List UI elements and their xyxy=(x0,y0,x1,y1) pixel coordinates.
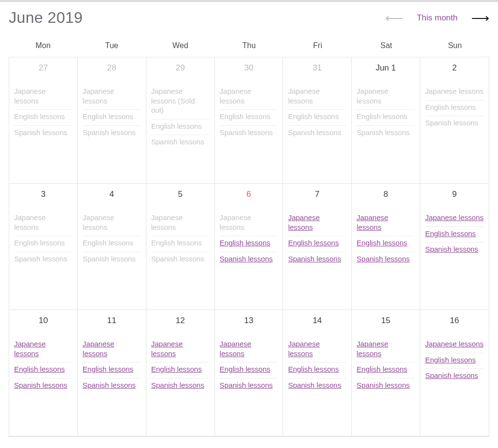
event-past: English lessons xyxy=(151,120,210,136)
event-link[interactable]: English lessons xyxy=(220,236,278,252)
event-link[interactable]: Japanese lessons xyxy=(14,337,72,362)
event-link[interactable]: English lessons xyxy=(83,362,141,379)
calendar-cell: Jun 1Japanese lessonsEnglish lessonsSpan… xyxy=(352,57,420,184)
event-link[interactable]: Spanish lessons xyxy=(425,242,484,258)
event-past: Japanese lessons xyxy=(220,85,278,110)
calendar-cell: 15Japanese lessonsEnglish lessonsSpanish… xyxy=(352,310,420,436)
event-past: Spanish lessons xyxy=(425,116,484,132)
calendar-cell: 14Japanese lessonsEnglish lessonsSpanish… xyxy=(283,310,352,436)
event-past: English lessons xyxy=(425,101,484,117)
event-past: Spanish lessons xyxy=(288,126,346,141)
dow-label: Tue xyxy=(77,36,146,57)
event-link[interactable]: English lessons xyxy=(220,362,278,379)
event-past: Japanese lessons xyxy=(356,85,415,110)
calendar-cell: 5Japanese lessonsEnglish lessonsSpanish … xyxy=(146,184,215,310)
day-number: 11 xyxy=(83,316,141,326)
day-number: Jun 1 xyxy=(356,63,415,73)
day-number: 15 xyxy=(356,316,415,326)
calendar-cell: 31Japanese lessonsEnglish lessonsSpanish… xyxy=(283,57,352,184)
calendar-cell: 7Japanese lessonsEnglish lessonsSpanish … xyxy=(283,184,352,310)
day-number: 5 xyxy=(151,190,210,199)
dow-label: Fri xyxy=(284,36,352,57)
calendar-cell: 30Japanese lessonsEnglish lessonsSpanish… xyxy=(215,57,284,184)
event-past: English lessons xyxy=(83,236,141,252)
event-link[interactable]: Japanese lessons xyxy=(425,211,484,227)
calendar-cell: 29Japanese lessons (Sold out)English les… xyxy=(146,57,215,184)
event-link[interactable]: Spanish lessons xyxy=(425,369,484,384)
event-link[interactable]: Japanese lessons xyxy=(288,337,346,362)
day-number: 9 xyxy=(425,190,484,199)
event-link[interactable]: Spanish lessons xyxy=(220,252,278,268)
dow-label: Mon xyxy=(9,36,77,57)
event-link[interactable]: Japanese lessons xyxy=(83,337,141,362)
day-number: 27 xyxy=(14,63,72,73)
event-link[interactable]: English lessons xyxy=(151,362,210,379)
calendar-cell: 16Japanese lessonsEnglish lessonsSpanish… xyxy=(420,310,489,436)
event-link[interactable]: Spanish lessons xyxy=(356,379,415,394)
dow-label: Wed xyxy=(146,36,214,57)
day-number: 12 xyxy=(151,316,210,326)
events-list: Japanese lessonsEnglish lessonsSpanish l… xyxy=(83,211,141,267)
event-past: English lessons xyxy=(356,110,415,126)
event-link[interactable]: Japanese lessons xyxy=(288,211,346,236)
event-link[interactable]: Spanish lessons xyxy=(14,379,72,394)
event-link[interactable]: Spanish lessons xyxy=(151,379,210,394)
event-link[interactable]: Spanish lessons xyxy=(288,252,346,268)
event-past: Japanese lessons xyxy=(83,211,141,236)
event-past: Spanish lessons xyxy=(14,126,72,141)
calendar-cell: 8Japanese lessonsEnglish lessonsSpanish … xyxy=(352,184,420,310)
day-number: 3 xyxy=(14,190,72,199)
event-past: Japanese lessons xyxy=(288,85,346,110)
events-list: Japanese lessonsEnglish lessonsSpanish l… xyxy=(14,211,72,267)
day-number: 6 xyxy=(220,190,278,199)
prev-month-button[interactable]: ⟵ xyxy=(385,12,403,24)
event-link[interactable]: Spanish lessons xyxy=(220,379,278,394)
event-link[interactable]: English lessons xyxy=(425,353,484,369)
event-link[interactable]: Spanish lessons xyxy=(356,252,415,268)
calendar-cell: 11Japanese lessonsEnglish lessonsSpanish… xyxy=(78,310,146,436)
event-past: Japanese lessons (Sold out) xyxy=(151,85,210,120)
event-link[interactable]: Japanese lessons xyxy=(220,337,278,362)
event-link[interactable]: English lessons xyxy=(425,227,484,243)
event-link[interactable]: English lessons xyxy=(288,236,346,252)
calendar-cell: 9Japanese lessonsEnglish lessonsSpanish … xyxy=(420,184,489,310)
event-past: Japanese lessons xyxy=(14,211,72,236)
event-past: English lessons xyxy=(151,236,210,252)
event-link[interactable]: Japanese lessons xyxy=(425,337,484,353)
calendar-header: June 2019 ⟵ This month ⟶ xyxy=(0,2,498,31)
calendar-cell: 13Japanese lessonsEnglish lessonsSpanish… xyxy=(215,310,284,436)
event-link[interactable]: Spanish lessons xyxy=(83,379,141,394)
calendar-cell: 10Japanese lessonsEnglish lessonsSpanish… xyxy=(9,310,78,436)
this-month-button[interactable]: This month xyxy=(416,11,459,25)
event-link[interactable]: Japanese lessons xyxy=(356,211,415,236)
day-number: 29 xyxy=(151,63,210,73)
events-list: Japanese lessonsEnglish lessonsSpanish l… xyxy=(425,337,484,384)
month-title: June 2019 xyxy=(9,9,83,27)
calendar-cell: 27Japanese lessonsEnglish lessonsSpanish… xyxy=(9,57,78,184)
day-number: 30 xyxy=(220,63,278,73)
day-number: 16 xyxy=(425,316,484,326)
event-link[interactable]: Japanese lessons xyxy=(356,337,415,362)
event-link[interactable]: English lessons xyxy=(356,362,415,379)
events-list: Japanese lessonsEnglish lessonsSpanish l… xyxy=(220,85,278,141)
event-past: Japanese lessons xyxy=(14,85,72,110)
event-link[interactable]: Japanese lessons xyxy=(151,337,210,362)
event-link[interactable]: English lessons xyxy=(288,362,346,379)
events-list: Japanese lessonsEnglish lessonsSpanish l… xyxy=(14,337,72,394)
event-past: Spanish lessons xyxy=(83,252,141,268)
event-past: English lessons xyxy=(14,110,72,126)
event-link[interactable]: English lessons xyxy=(14,362,72,379)
events-list: Japanese lessonsEnglish lessonsSpanish l… xyxy=(83,337,141,394)
event-past: Japanese lessons xyxy=(83,85,141,110)
dow-label: Thu xyxy=(214,36,283,57)
event-link[interactable]: English lessons xyxy=(356,236,415,252)
day-number: 14 xyxy=(288,316,346,326)
next-month-button[interactable]: ⟶ xyxy=(471,12,489,24)
calendar-cell: 12Japanese lessonsEnglish lessonsSpanish… xyxy=(146,310,215,436)
event-past: Spanish lessons xyxy=(151,135,210,151)
event-link[interactable]: Spanish lessons xyxy=(288,379,346,394)
day-number: 31 xyxy=(288,63,346,73)
event-past: Spanish lessons xyxy=(151,252,210,268)
events-list: Japanese lessonsEnglish lessonsSpanish l… xyxy=(288,337,346,394)
event-past: English lessons xyxy=(83,110,141,126)
